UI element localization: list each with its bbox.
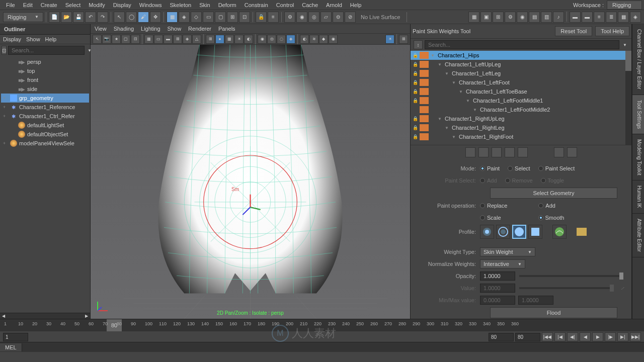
- panel5-icon[interactable]: ▦: [618, 12, 629, 23]
- hypershade-icon[interactable]: ◎: [308, 12, 319, 23]
- influence-item[interactable]: 🔒▼Character1_LeftFoot: [411, 78, 631, 87]
- vp-iso-icon[interactable]: ◉: [258, 35, 267, 44]
- influence-color-swatch[interactable]: [420, 124, 429, 131]
- op-scale-radio[interactable]: Scale: [480, 215, 501, 221]
- hammer-weights-icon[interactable]: [492, 147, 502, 157]
- vp-menu-panels[interactable]: Panels: [218, 26, 235, 32]
- tab-attribute[interactable]: Attribute Editor: [632, 214, 644, 257]
- dropper-icon[interactable]: ⟋: [618, 285, 627, 291]
- workspace-selector[interactable]: Rigging: [607, 1, 642, 10]
- select-tool-icon[interactable]: ↖: [114, 12, 125, 23]
- viewport-3d[interactable]: Sm 2D Pan/Zoom : Isolate : persp: [91, 45, 410, 319]
- chevron-down-icon[interactable]: ▼: [621, 43, 628, 47]
- vp-shadow-icon[interactable]: ◐: [244, 35, 253, 44]
- tab-channelbox[interactable]: Channel Box / Layer Editor: [632, 24, 644, 95]
- vp-light-icon[interactable]: ☀: [234, 35, 244, 44]
- vp-aa-icon[interactable]: ◆: [319, 35, 328, 44]
- outliner-menu-display[interactable]: Display: [3, 36, 21, 42]
- vp-menu-view[interactable]: View: [95, 26, 107, 32]
- vp-camera-icon[interactable]: 📷: [102, 35, 111, 44]
- vp-res-icon[interactable]: ◈: [183, 35, 192, 44]
- influence-color-swatch[interactable]: [420, 52, 429, 59]
- profile-solid-icon[interactable]: [512, 225, 526, 239]
- vp-tex-icon[interactable]: ▦: [225, 35, 234, 44]
- outliner-item[interactable]: +✱Character1_Reference: [1, 103, 89, 112]
- outliner-item[interactable]: +modelPanel4ViewSele: [1, 139, 89, 148]
- lock-icon[interactable]: 🔒: [411, 98, 420, 103]
- new-scene-icon[interactable]: 📄: [49, 12, 60, 23]
- mode-paint-radio[interactable]: Paint: [480, 165, 500, 171]
- influence-item[interactable]: 🔒▼Character1_Hips: [411, 51, 631, 60]
- scroll-right-icon[interactable]: ▶: [85, 314, 88, 318]
- influence-color-swatch[interactable]: [420, 115, 429, 122]
- menu-edit[interactable]: Edit: [19, 1, 37, 9]
- light-icon[interactable]: ◉: [517, 12, 528, 23]
- vp-shade-icon[interactable]: ●: [215, 35, 224, 44]
- opacity-slider[interactable]: [519, 275, 623, 277]
- lock-icon[interactable]: 🔒: [411, 53, 420, 58]
- expand-icon[interactable]: +: [3, 105, 8, 110]
- tool-help-button[interactable]: Tool Help: [595, 26, 629, 36]
- lock-icon[interactable]: 🔒: [411, 62, 420, 67]
- menu-control[interactable]: Control: [272, 1, 298, 9]
- flood-button[interactable]: Flood: [490, 307, 617, 318]
- expand-icon[interactable]: +: [3, 141, 8, 146]
- copy-weights-icon[interactable]: [465, 147, 475, 157]
- influence-item[interactable]: 🔒▼Character1_LeftUpLeg: [411, 60, 631, 69]
- menu-file[interactable]: File: [2, 1, 19, 9]
- menu-create[interactable]: Create: [37, 1, 61, 9]
- lock-icon[interactable]: 🔒: [411, 71, 420, 76]
- menu-arnold[interactable]: Arnold: [322, 1, 346, 9]
- snap-curve-icon[interactable]: ◈: [179, 12, 190, 23]
- snap-point-icon[interactable]: ◇: [191, 12, 202, 23]
- outliner-menu-show[interactable]: Show: [26, 36, 40, 42]
- outliner-item[interactable]: defaultObjectSet: [1, 130, 89, 139]
- cmd-lang-label[interactable]: MEL: [0, 343, 22, 351]
- influence-list[interactable]: 🔒▼Character1_Hips🔒▼Character1_LeftUpLeg🔒…: [411, 51, 631, 145]
- step-back-key-icon[interactable]: |◀: [554, 332, 566, 341]
- vp-ao-icon[interactable]: ◐: [300, 35, 309, 44]
- history-icon[interactable]: ≡: [268, 12, 279, 23]
- vp-menu-show[interactable]: Show: [168, 26, 182, 32]
- influence-item[interactable]: 🔒▼Character1_RightUpLeg: [411, 114, 631, 123]
- snap-live-icon[interactable]: ⊡: [239, 12, 250, 23]
- vp-2d-icon[interactable]: ⊡: [131, 35, 140, 44]
- render-icon[interactable]: ⚙: [284, 12, 295, 23]
- panel6-icon[interactable]: ◈: [630, 12, 641, 23]
- influence-color-swatch[interactable]: [420, 79, 429, 86]
- lasso-tool-icon[interactable]: ◯: [126, 12, 137, 23]
- chevron-down-icon[interactable]: ▼: [438, 117, 444, 121]
- outliner-item[interactable]: ■▶top: [1, 66, 89, 75]
- influence-item[interactable]: ▼Character1_LeftFootMiddle2: [411, 105, 631, 114]
- menu-cache[interactable]: Cache: [298, 1, 322, 9]
- move-influence-icon[interactable]: [505, 147, 515, 157]
- paste-weights-icon[interactable]: [478, 147, 489, 157]
- vp-select-icon[interactable]: ↖: [93, 35, 102, 44]
- chevron-down-icon[interactable]: ▼: [431, 53, 437, 58]
- profile-soft-icon[interactable]: [496, 225, 510, 239]
- menu-skeleton[interactable]: Skeleton: [166, 1, 195, 9]
- weighttype-combo[interactable]: Skin Weight: [480, 247, 535, 256]
- vp-panel-icon[interactable]: ⊞: [399, 35, 408, 44]
- panel3-icon[interactable]: ≡: [594, 12, 605, 23]
- sym-icon[interactable]: ⊖: [333, 12, 344, 23]
- profile-gaussian-icon[interactable]: [480, 225, 494, 239]
- lock-icon[interactable]: 🔒: [411, 116, 420, 121]
- snap-grid-icon[interactable]: ▦: [167, 12, 178, 23]
- menu-constrain[interactable]: Constrain: [240, 1, 272, 9]
- panel2-icon[interactable]: ▬: [582, 12, 593, 23]
- op-add-radio[interactable]: Add: [538, 203, 555, 209]
- plane-icon[interactable]: ▱: [320, 12, 332, 23]
- vp-grid-icon[interactable]: ▦: [144, 35, 153, 44]
- opacity-input[interactable]: [480, 272, 515, 281]
- vp-motion-icon[interactable]: ≋: [309, 35, 318, 44]
- render-globals-icon[interactable]: ⊞: [493, 12, 504, 23]
- tab-modeling[interactable]: Modeling Toolkit: [632, 134, 644, 181]
- influence-scrollbar[interactable]: [625, 51, 631, 145]
- expand-icon[interactable]: +: [3, 96, 8, 101]
- render-settings-icon[interactable]: ⚙: [505, 12, 516, 23]
- current-frame-input[interactable]: [515, 333, 540, 341]
- vp-film-icon[interactable]: ▭: [154, 35, 163, 44]
- menu-display[interactable]: Display: [109, 1, 135, 9]
- outliner-item[interactable]: +grp_geometry: [1, 94, 89, 103]
